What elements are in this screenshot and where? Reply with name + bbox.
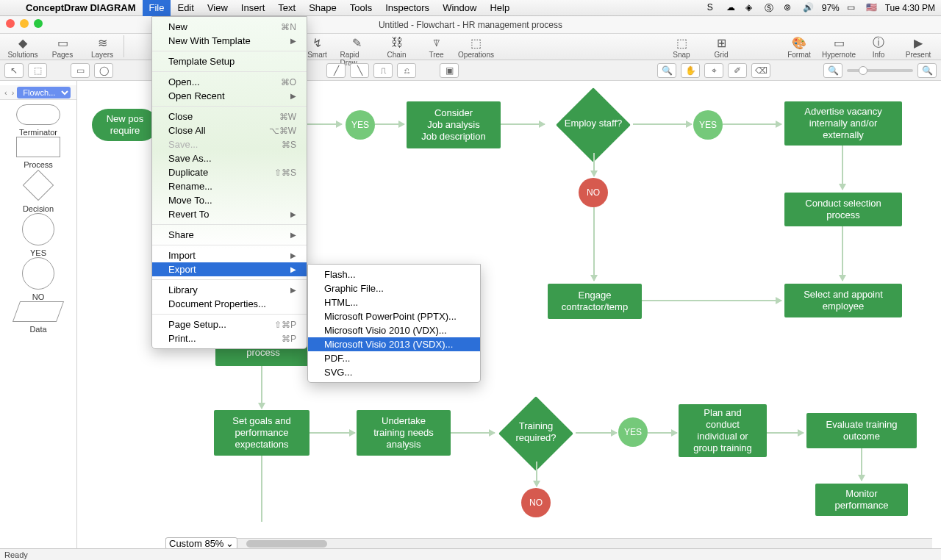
zoom-combo[interactable]: Custom 85%⌄ [165,537,237,548]
menu-file[interactable]: File [143,0,171,16]
flag-icon[interactable]: 🇺🇸 [866,2,878,14]
node-set-goals[interactable]: Set goals and performance expectations [214,410,310,456]
export-item-pdf-[interactable]: PDF... [308,351,480,365]
node-yes-3[interactable]: YES [618,417,648,447]
horizontal-scrollbar[interactable]: Custom 85%⌄ [165,538,932,548]
tool-rapid-draw[interactable]: ✎Rapid Draw [340,35,374,67]
tool-tree[interactable]: ⍒Tree [420,35,454,67]
menu-shape[interactable]: Shape [302,0,343,16]
menu-item-save-as-[interactable]: Save As... [152,151,307,165]
export-item-graphic-file-[interactable]: Graphic File... [308,281,480,295]
node-plan-conduct[interactable]: Plan and conduct individual or group tra… [679,404,767,457]
stencil-decision[interactable]: Decision [16,169,60,213]
dropper-icon[interactable]: ✐ [728,63,747,78]
tool-info[interactable]: ⓘInfo [862,35,895,59]
connector-2-icon[interactable]: ╲ [350,63,369,78]
menu-tools[interactable]: Tools [343,0,379,16]
stencil-process[interactable]: Process [16,137,60,169]
node-undertake-training[interactable]: Undertake training needs analysis [357,410,451,456]
menu-view[interactable]: View [201,0,235,16]
ellipse-tool-icon[interactable]: ◯ [94,63,113,78]
back-icon[interactable]: ‹ [3,88,9,97]
menu-item-revert-to[interactable]: Revert To▶ [152,207,307,221]
node-training-required[interactable]: Training required? [496,403,576,462]
node-employ-staff[interactable]: Employ staff? [554,94,633,153]
zoom-in2-icon[interactable]: 🔍 [917,63,937,78]
zoom-out-icon[interactable]: 🔍 [823,63,842,78]
status-icon[interactable]: S [707,2,719,14]
zoom-in-icon[interactable]: 🔍 [657,63,676,78]
close-icon[interactable] [6,19,15,28]
zoom-icon[interactable] [34,19,43,28]
node-select-appoint[interactable]: Select and appoint employee [784,284,902,317]
tool-chain[interactable]: ⛓Chain [380,35,414,67]
erase-icon[interactable]: ⌫ [751,63,770,78]
stencil-yes[interactable]: YES [16,213,60,257]
connector-4-icon[interactable]: ⎌ [397,63,416,78]
menu-item-library[interactable]: Library▶ [152,283,307,297]
stencil-selector[interactable]: Flowch... [17,87,71,98]
export-item-flash-[interactable]: Flash... [308,268,480,281]
menu-item-new[interactable]: New⌘N [152,20,307,34]
connector-3-icon[interactable]: ⎍ [373,63,393,78]
menu-edit[interactable]: Edit [171,0,200,16]
export-submenu[interactable]: Flash...Graphic File...HTML...Microsoft … [307,264,481,383]
stencil-shape[interactable] [16,334,60,351]
node-consider[interactable]: Consider Job analysis Job description [407,101,501,148]
pan-icon[interactable]: ✋ [681,63,700,78]
minimize-icon[interactable] [20,19,29,28]
menu-item-page-setup-[interactable]: Page Setup...⇧⌘P [152,317,307,331]
stencil-no[interactable]: NO [16,257,60,301]
group-icon[interactable]: ▣ [440,63,459,78]
menu-item-close-all[interactable]: Close All⌥⌘W [152,123,307,137]
menu-item-print-[interactable]: Print...⌘P [152,331,307,345]
menu-insert[interactable]: Insert [235,0,272,16]
window-controls[interactable] [6,19,43,28]
node-evaluate[interactable]: Evaluate training outcome [806,413,917,448]
menu-item-import[interactable]: Import▶ [152,248,307,262]
node-monitor[interactable]: Monitor performance [815,484,908,516]
menu-item-open-[interactable]: Open...⌘O [152,75,307,89]
menu-help[interactable]: Help [483,0,516,16]
menu-item-template-setup[interactable]: Template Setup [152,54,307,68]
export-item-microsoft-powerpoint-pptx-[interactable]: Microsoft PowerPoint (PPTX)... [308,309,480,323]
export-item-svg-[interactable]: SVG... [308,365,480,379]
menu-inspectors[interactable]: Inspectors [379,0,436,16]
menu-item-share[interactable]: Share▶ [152,228,307,242]
tool-pages[interactable]: ▭Pages [46,35,79,59]
node-conduct-selection[interactable]: Conduct selection process [784,193,902,226]
menu-item-export[interactable]: Export▶ [152,262,307,276]
node-yes-2[interactable]: YES [693,110,723,140]
rect-tool-icon[interactable]: ▭ [71,63,90,78]
volume-icon[interactable]: 🔊 [803,2,815,14]
tool-operations[interactable]: ⬚Operations [459,35,493,67]
menu-item-close[interactable]: Close⌘W [152,110,307,123]
target-icon[interactable]: ⌖ [704,63,723,78]
tool-format[interactable]: 🎨Format [782,35,816,59]
fwd-icon[interactable]: › [10,88,16,97]
zoom-slider[interactable] [847,69,913,72]
apple-icon[interactable] [6,0,19,16]
menu-item-new-with-template[interactable]: New With Template▶ [152,34,307,48]
node-no-2[interactable]: NO [521,488,551,517]
export-item-microsoft-visio-2010-vdx-[interactable]: Microsoft Visio 2010 (VDX)... [308,323,480,337]
app-name[interactable]: ConceptDraw DIAGRAM [19,0,143,16]
stencil-data[interactable]: Data [16,301,60,334]
connector-1-icon[interactable]: ╱ [326,63,346,78]
tool-present[interactable]: ▶Present [901,35,935,59]
menu-text[interactable]: Text [271,0,302,16]
cloud-icon[interactable]: ☁ [726,2,738,14]
pointer-tool-icon[interactable]: ↖ [4,63,24,78]
menu-item-open-recent[interactable]: Open Recent▶ [152,89,307,103]
node-engage[interactable]: Engage contractor/temp [548,284,642,319]
diamond-icon[interactable]: ◈ [745,2,757,14]
node-no-1[interactable]: NO [579,178,608,207]
select-tool-icon[interactable]: ⬚ [28,63,47,78]
battery-icon[interactable]: ▭ [847,2,859,14]
tool-snap[interactable]: ⬚Snap [665,35,698,59]
node-advertise[interactable]: Advertise vacancy internally and/or exte… [784,101,902,146]
stencil-terminator[interactable]: Terminator [16,104,60,137]
menu-item-document-properties-[interactable]: Document Properties... [152,297,307,311]
wifi-icon[interactable]: ⊚ [784,2,795,14]
export-item-microsoft-visio-2013-vsdx-[interactable]: Microsoft Visio 2013 (VSDX)... [308,337,480,351]
